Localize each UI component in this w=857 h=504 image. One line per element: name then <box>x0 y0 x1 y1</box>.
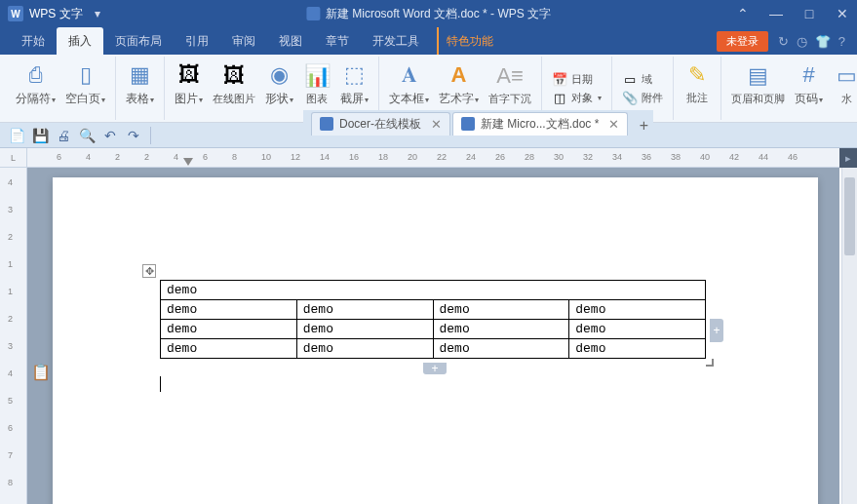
undo-icon[interactable]: ↶ <box>99 126 121 145</box>
ruler-tick: 2 <box>115 152 120 162</box>
table-cell[interactable]: demo <box>433 339 569 359</box>
ruler-corner[interactable]: L <box>0 148 27 168</box>
header-footer-button[interactable]: ▤页眉和页脚 <box>727 60 789 108</box>
menu-review[interactable]: 审阅 <box>220 27 267 55</box>
menu-dev-tools[interactable]: 开发工具 <box>361 27 431 55</box>
field-button[interactable]: ▭域 <box>618 70 667 88</box>
menu-start[interactable]: 开始 <box>10 27 57 55</box>
minimize-button[interactable]: — <box>761 0 791 27</box>
table-cell[interactable]: demo <box>569 339 706 359</box>
online-picture-button[interactable]: 🖼在线图片 <box>209 60 259 108</box>
menu-insert[interactable]: 插入 <box>57 27 103 55</box>
add-column-button[interactable]: + <box>710 319 723 342</box>
table-cell[interactable]: demo <box>161 339 297 359</box>
ruler-tick: 10 <box>261 152 271 162</box>
add-row-button[interactable]: + <box>423 363 447 374</box>
vertical-ruler[interactable]: 4321123456789 <box>0 168 27 504</box>
date-button[interactable]: 📅日期 <box>548 70 605 88</box>
attachment-button[interactable]: 📎附件 <box>618 89 667 106</box>
picture-button[interactable]: 🖼图片▾ <box>171 59 207 109</box>
table-cell[interactable]: demo <box>296 339 433 359</box>
menu-view[interactable]: 视图 <box>267 27 314 55</box>
table-move-handle[interactable]: ✥ <box>142 264 156 278</box>
ruler-tick: 8 <box>8 478 13 487</box>
comment-button[interactable]: ✎批注 <box>680 59 715 107</box>
menu-chapter[interactable]: 章节 <box>314 27 361 55</box>
add-tab-button[interactable]: + <box>634 116 653 136</box>
tab-close-icon[interactable]: ✕ <box>431 117 442 132</box>
document-table[interactable]: demodemodemodemodemodemodemodemodemodemo… <box>160 280 706 359</box>
table-row[interactable]: demodemodemodemo <box>161 320 706 339</box>
dropcap-button[interactable]: A≡首字下沉 <box>485 60 535 108</box>
side-panel-toggle[interactable]: ▸ <box>839 148 857 168</box>
ruler-tick: 40 <box>700 152 710 162</box>
ruler-tick: 22 <box>437 152 447 162</box>
table-row[interactable]: demodemodemodemo <box>161 300 706 320</box>
indent-marker[interactable] <box>183 158 193 166</box>
table-cell[interactable]: demo <box>569 320 706 339</box>
clock-icon[interactable]: ◷ <box>797 34 807 49</box>
table-cell[interactable]: demo <box>161 320 297 339</box>
new-doc-icon[interactable]: 📄 <box>6 126 27 145</box>
page-number-button[interactable]: #页码▾ <box>791 59 827 109</box>
table-cell[interactable]: demo <box>433 320 569 339</box>
menu-page-layout[interactable]: 页面布局 <box>103 27 174 55</box>
horizontal-ruler[interactable]: 6422468101214161820222426283032343638404… <box>27 148 857 168</box>
object-button[interactable]: ◫对象▾ <box>548 89 605 106</box>
document-viewport[interactable]: 📋 ✥ demodemodemodemodemodemodemodemodemo… <box>27 168 839 504</box>
print-preview-icon[interactable]: 🔍 <box>76 126 97 145</box>
tab-close-icon[interactable]: ✕ <box>608 117 619 132</box>
shape-button[interactable]: ◉形状▾ <box>261 59 297 109</box>
screenshot-button[interactable]: ⬚截屏▾ <box>336 59 372 109</box>
ruler-tick: 3 <box>8 341 13 351</box>
ruler-tick: 24 <box>466 152 476 162</box>
title-bar: W WPS 文字 ▾ 新建 Microsoft Word 文档.doc * - … <box>0 0 857 27</box>
ruler-tick: 36 <box>642 152 651 162</box>
tab-docer[interactable]: Docer-在线模板 ✕ <box>311 112 450 136</box>
shirt-icon[interactable]: 👕 <box>815 34 831 49</box>
table-resize-handle[interactable] <box>704 357 714 367</box>
tab-document[interactable]: 新建 Micro...文档.doc * ✕ <box>452 112 628 136</box>
app-menu-dropdown[interactable]: ▾ <box>89 7 106 20</box>
print-icon[interactable]: 🖨 <box>53 126 74 145</box>
textbox-button[interactable]: 𝐀文本框▾ <box>385 59 433 109</box>
table-row[interactable]: demo <box>161 281 706 300</box>
ruler-tick: 7 <box>8 450 13 460</box>
redo-icon[interactable]: ↷ <box>123 126 144 145</box>
table-cell[interactable]: demo <box>433 300 569 320</box>
save-icon[interactable]: 💾 <box>29 126 51 145</box>
help-icon[interactable]: ? <box>838 34 845 49</box>
ruler-tick: 32 <box>583 152 593 162</box>
table-cell[interactable]: demo <box>296 300 433 320</box>
wordart-button[interactable]: A艺术字▾ <box>435 59 483 109</box>
ruler-tick: 44 <box>759 152 768 162</box>
chart-button[interactable]: 📊图表 <box>299 60 334 108</box>
ruler-tick: 2 <box>8 314 13 324</box>
vertical-scrollbar[interactable] <box>841 168 857 504</box>
table-cell[interactable]: demo <box>161 300 297 320</box>
table-row[interactable]: demodemodemodemo <box>161 339 706 359</box>
login-button[interactable]: 未登录 <box>717 31 768 52</box>
table-cell[interactable]: demo <box>569 300 706 320</box>
sync-icon[interactable]: ↻ <box>778 34 789 49</box>
close-button[interactable]: ✕ <box>828 0 857 27</box>
ruler-tick: 30 <box>554 152 564 162</box>
menu-references[interactable]: 引用 <box>174 27 220 55</box>
maximize-button[interactable]: □ <box>795 0 824 27</box>
ruler-tick: 26 <box>495 152 505 162</box>
ruler-tick: 2 <box>8 232 13 242</box>
menu-special-features[interactable]: 特色功能 <box>437 27 505 55</box>
table-cell[interactable]: demo <box>296 320 433 339</box>
document-page[interactable]: ✥ demodemodemodemodemodemodemodemodemode… <box>53 177 818 504</box>
blank-page-button[interactable]: ▯空白页▾ <box>61 59 109 109</box>
watermark-button[interactable]: ▭水 <box>829 60 857 108</box>
ruler-tick: 16 <box>349 152 359 162</box>
table-button[interactable]: ▦表格▾ <box>122 59 158 109</box>
window-title: 新建 Microsoft Word 文档.doc * - WPS 文字 <box>306 6 551 22</box>
outline-icon[interactable]: 📋 <box>31 363 51 381</box>
separator-button[interactable]: ⎙分隔符▾ <box>12 59 59 109</box>
workspace: L 64224681012141618202224262830323436384… <box>0 148 857 504</box>
caret-up-icon[interactable]: ⌃ <box>728 0 758 27</box>
scroll-thumb[interactable] <box>844 177 855 255</box>
table-cell[interactable]: demo <box>161 281 706 300</box>
